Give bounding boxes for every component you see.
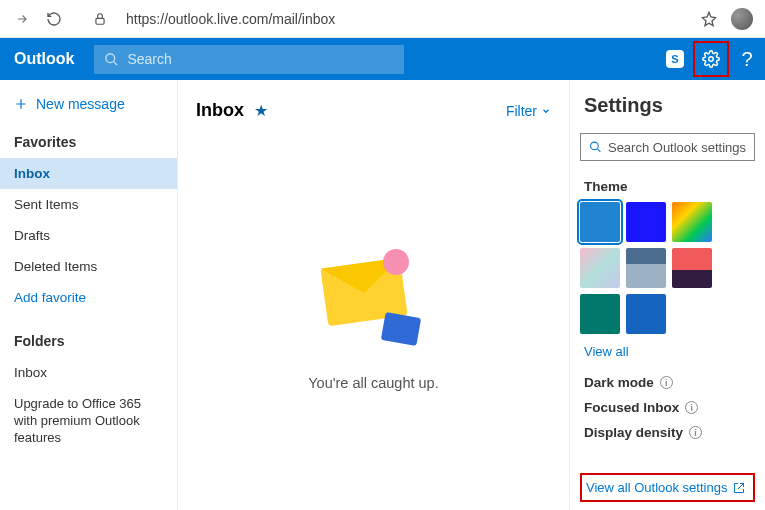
- focused-inbox-row[interactable]: Focused Inbox i: [584, 400, 755, 415]
- dark-mode-row[interactable]: Dark mode i: [584, 375, 755, 390]
- url-text[interactable]: https://outlook.live.com/mail/inbox: [126, 11, 689, 27]
- brand-label[interactable]: Outlook: [0, 50, 88, 68]
- svg-point-1: [106, 53, 115, 62]
- folder-item-inbox[interactable]: Inbox: [0, 357, 177, 388]
- favorite-star-icon[interactable]: ★: [254, 101, 268, 120]
- skype-icon: S: [666, 50, 684, 68]
- refresh-icon[interactable]: [44, 11, 64, 27]
- settings-title: Settings: [580, 94, 755, 117]
- sidebar-item-drafts[interactable]: Drafts: [0, 220, 177, 251]
- svg-point-3: [591, 142, 599, 150]
- info-icon[interactable]: i: [689, 426, 702, 439]
- search-icon: [104, 52, 119, 67]
- display-density-label: Display density: [584, 425, 683, 440]
- theme-swatch-navigation[interactable]: [626, 294, 666, 334]
- theme-swatch-blue-default[interactable]: [580, 202, 620, 242]
- app-bar: Outlook Search S ?: [0, 38, 765, 80]
- settings-pane: Settings Search Outlook settings Theme V…: [570, 80, 765, 510]
- chevron-down-icon: [541, 106, 551, 116]
- view-all-outlook-settings-link[interactable]: View all Outlook settings: [580, 473, 755, 502]
- folders-header[interactable]: Folders: [0, 325, 177, 357]
- message-list-pane: Inbox ★ Filter You're all caught up.: [178, 80, 570, 510]
- plus-icon: [14, 97, 28, 111]
- new-message-button[interactable]: New message: [0, 90, 177, 126]
- gear-icon: [702, 50, 720, 68]
- skype-button[interactable]: S: [657, 41, 693, 77]
- inbox-title: Inbox: [196, 100, 244, 121]
- view-all-settings-label: View all Outlook settings: [586, 480, 727, 495]
- theme-swatch-sunset[interactable]: [672, 248, 712, 288]
- search-placeholder: Search: [127, 51, 171, 67]
- theme-label: Theme: [584, 179, 755, 194]
- settings-search-input[interactable]: Search Outlook settings: [580, 133, 755, 161]
- svg-rect-0: [96, 18, 104, 24]
- add-favorite-link[interactable]: Add favorite: [0, 282, 177, 313]
- empty-inbox-illustration: [319, 253, 429, 343]
- browser-address-bar: https://outlook.live.com/mail/inbox: [0, 0, 765, 38]
- settings-button[interactable]: [693, 41, 729, 77]
- lock-icon: [90, 12, 110, 26]
- favorites-header[interactable]: Favorites: [0, 126, 177, 158]
- new-message-label: New message: [36, 96, 125, 112]
- sidebar-item-sent-items[interactable]: Sent Items: [0, 189, 177, 220]
- filter-label: Filter: [506, 103, 537, 119]
- empty-message: You're all caught up.: [308, 375, 438, 391]
- theme-swatch-blue-bright[interactable]: [626, 202, 666, 242]
- theme-swatch-rainbow[interactable]: [672, 202, 712, 242]
- svg-point-2: [709, 57, 714, 62]
- view-all-themes-link[interactable]: View all: [580, 338, 755, 365]
- theme-swatch-mountains[interactable]: [626, 248, 666, 288]
- settings-search-placeholder: Search Outlook settings: [608, 140, 746, 155]
- profile-avatar[interactable]: [731, 8, 753, 30]
- forward-icon[interactable]: [12, 12, 32, 26]
- sidebar-item-deleted-items[interactable]: Deleted Items: [0, 251, 177, 282]
- sidebar-item-inbox[interactable]: Inbox: [0, 158, 177, 189]
- search-icon: [589, 140, 602, 154]
- focused-inbox-label: Focused Inbox: [584, 400, 679, 415]
- favorite-star-icon[interactable]: [701, 11, 717, 27]
- display-density-row[interactable]: Display density i: [584, 425, 755, 440]
- help-button[interactable]: ?: [729, 41, 765, 77]
- dark-mode-label: Dark mode: [584, 375, 654, 390]
- filter-button[interactable]: Filter: [506, 103, 551, 119]
- search-input[interactable]: Search: [94, 45, 404, 74]
- sidebar: New message Favorites InboxSent ItemsDra…: [0, 80, 178, 510]
- theme-swatch-circuits[interactable]: [580, 294, 620, 334]
- theme-swatch-gradient-pastel[interactable]: [580, 248, 620, 288]
- theme-grid: [580, 202, 755, 334]
- info-icon[interactable]: i: [660, 376, 673, 389]
- external-link-icon: [733, 482, 745, 494]
- info-icon[interactable]: i: [685, 401, 698, 414]
- upgrade-banner[interactable]: Upgrade to Office 365 with premium Outlo…: [0, 388, 177, 455]
